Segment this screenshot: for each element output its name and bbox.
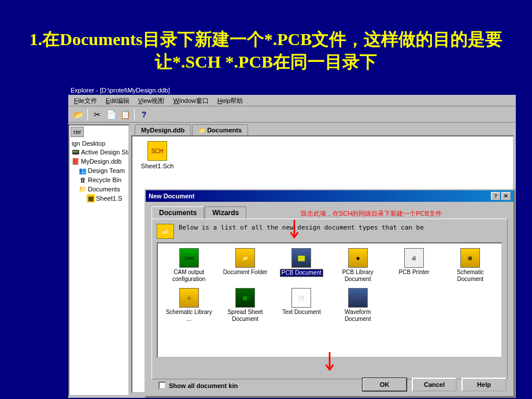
doctype-folder[interactable]: 📁 Document Folder bbox=[217, 247, 272, 283]
menu-view[interactable]: View视图 bbox=[135, 96, 168, 106]
dialog-help-button[interactable]: ? bbox=[491, 192, 500, 200]
tree-item-sheet1[interactable]: ▦Sheet1.S bbox=[71, 194, 127, 203]
dialog-titlebar: New Document ? ✕ bbox=[146, 190, 513, 202]
toolbar-open-icon[interactable]: 📂 bbox=[72, 108, 84, 121]
annotation-text: 双击此项，在SCH的同级目录下新建一个PCB文件 bbox=[301, 209, 442, 218]
doctype-text[interactable]: 📄 Text Document bbox=[274, 287, 329, 323]
help-button[interactable]: Help bbox=[461, 378, 507, 391]
dialog-info-row: 📁 Below is a list of all the new design … bbox=[157, 224, 503, 239]
show-all-checkbox-row[interactable]: Show all document kin bbox=[158, 382, 238, 389]
doctype-schematic[interactable]: ▦ Schematic Document bbox=[443, 247, 498, 283]
toolbar-separator bbox=[134, 109, 135, 120]
ok-button[interactable]: OK bbox=[362, 378, 407, 391]
explorer-panel: rer ign Desktop 📟Active Design Sta 📕MyDe… bbox=[68, 124, 130, 396]
waveform-icon: 〰 bbox=[348, 288, 368, 308]
doctype-cam[interactable]: CAM CAM output configuration bbox=[161, 247, 216, 283]
text-document-icon: 📄 bbox=[291, 288, 311, 308]
pcb-icon: ▓▓ bbox=[291, 248, 311, 268]
menu-help[interactable]: Help帮助 bbox=[214, 96, 247, 106]
tree-item-mydesign[interactable]: 📕MyDesign.ddb bbox=[71, 157, 127, 166]
dialog-body: 📁 Below is a list of all the new design … bbox=[152, 219, 508, 379]
dialog-title-text: New Document bbox=[149, 193, 194, 200]
dialog-info-text: Below is a list of all the new design do… bbox=[179, 224, 424, 232]
menu-edit[interactable]: Edit编辑 bbox=[102, 96, 133, 106]
pcb-library-icon: ◆ bbox=[348, 248, 368, 268]
file-label: Sheet1.Sch bbox=[141, 162, 174, 169]
schematic-library-icon: ◇ bbox=[179, 288, 199, 308]
toolbar-copy-icon[interactable]: 📄 bbox=[105, 108, 117, 121]
file-sheet1[interactable]: SCH Sheet1.Sch bbox=[137, 141, 178, 169]
tab-documents[interactable]: Documents bbox=[152, 206, 204, 219]
schematic-icon: ▦ bbox=[460, 248, 480, 268]
dialog-buttons: OK Cancel Help bbox=[362, 378, 507, 391]
tree-item-active-stations[interactable]: 📟Active Design Sta bbox=[71, 147, 127, 157]
printer-icon: 🖨 bbox=[404, 248, 424, 268]
slide-title: 1.在Documents目录下新建一个*.PCB文件，这样做的目的是要让*.SC… bbox=[0, 0, 532, 75]
doctype-schlib[interactable]: ◇ Schematic Library ... bbox=[161, 287, 216, 323]
cam-icon: CAM bbox=[179, 248, 199, 268]
tree-item-recycle-bin[interactable]: 🗑Recycle Bin bbox=[71, 175, 127, 184]
checkbox-icon[interactable] bbox=[158, 382, 166, 389]
tree-item-documents[interactable]: 📁Documents bbox=[71, 184, 127, 194]
app-titlebar: Explorer - [D:\protel\MyDesign.ddb] bbox=[68, 86, 516, 95]
doctype-pcb[interactable]: ▓▓ PCB Document bbox=[274, 247, 329, 283]
cancel-button[interactable]: Cancel bbox=[412, 378, 457, 391]
doc-tab-documents[interactable]: Documents bbox=[192, 124, 248, 135]
toolbar-cut-icon[interactable]: ✂ bbox=[91, 108, 104, 121]
doc-tabs: MyDesign.ddb Documents bbox=[131, 124, 514, 135]
menubar: File文件 Edit编辑 View视图 Window窗口 Help帮助 bbox=[68, 95, 516, 106]
toolbar-help-icon[interactable]: ? bbox=[138, 108, 150, 121]
schematic-file-icon: SCH bbox=[147, 141, 167, 161]
tab-wizards[interactable]: Wizards bbox=[205, 206, 246, 219]
doc-tab-mydesign[interactable]: MyDesign.ddb bbox=[135, 124, 191, 135]
doctype-printer[interactable]: 🖨 PCB Printer bbox=[386, 247, 441, 283]
explorer-tab[interactable]: rer bbox=[71, 127, 84, 137]
toolbar-paste-icon[interactable]: 📋 bbox=[119, 108, 131, 121]
dialog-close-button[interactable]: ✕ bbox=[501, 192, 511, 200]
tree: ign Desktop 📟Active Design Sta 📕MyDesign… bbox=[69, 138, 128, 204]
folder-icon: 📁 bbox=[235, 248, 255, 268]
new-document-dialog: New Document ? ✕ Documents Wizards 📁 Bel… bbox=[145, 189, 515, 397]
toolbar: 📂 ✂ 📄 📋 ? bbox=[68, 106, 516, 123]
doctype-waveform[interactable]: 〰 Waveform Document bbox=[330, 287, 385, 323]
info-folder-icon: 📁 bbox=[157, 224, 174, 239]
menu-file[interactable]: File文件 bbox=[71, 96, 101, 106]
spreadsheet-icon: ▤ bbox=[235, 288, 255, 308]
doctype-pcblib[interactable]: ◆ PCB Library Document bbox=[330, 247, 385, 283]
menu-window[interactable]: Window窗口 bbox=[170, 96, 212, 106]
doctype-list: CAM CAM output configuration 📁 Document … bbox=[157, 242, 503, 358]
doctype-spreadsheet[interactable]: ▤ Spread Sheet Document bbox=[217, 287, 272, 323]
tree-item-design-team[interactable]: 👥Design Team bbox=[71, 166, 127, 175]
checkbox-label: Show all document kin bbox=[169, 382, 238, 389]
toolbar-separator bbox=[87, 109, 88, 120]
tree-item-desktop[interactable]: ign Desktop bbox=[71, 139, 127, 147]
